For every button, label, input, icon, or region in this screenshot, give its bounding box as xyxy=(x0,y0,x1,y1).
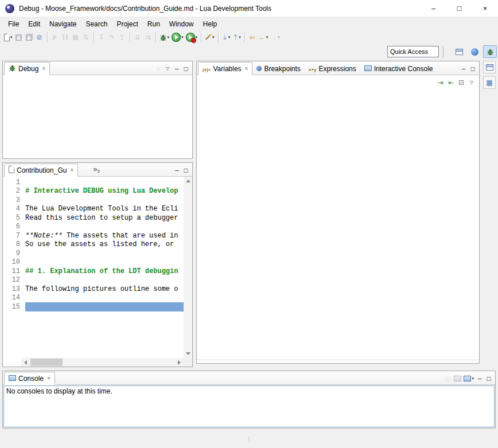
display-selected-console-button[interactable] xyxy=(453,373,462,384)
editor-line[interactable]: 4The Lua Development Tools in the Ecli xyxy=(3,205,184,214)
view-menu-button[interactable]: ▽ xyxy=(466,76,477,89)
editor-line[interactable]: 7**Note:** The assets that are used in xyxy=(3,231,184,240)
minimize-view-button[interactable]: – xyxy=(172,165,181,176)
close-tab-icon[interactable]: × xyxy=(70,167,73,173)
previous-annotation-button[interactable]: ⇡▾ xyxy=(231,31,242,44)
tab-debug[interactable]: Debug × xyxy=(4,62,50,75)
menu-file[interactable]: File xyxy=(3,19,24,29)
menu-project[interactable]: Project xyxy=(112,19,142,29)
step-into-button[interactable]: ↧ xyxy=(96,31,107,44)
line-number[interactable]: 13 xyxy=(3,285,20,293)
remove-all-terminated-button[interactable]: × xyxy=(154,63,163,75)
scrollbar-thumb[interactable] xyxy=(30,359,63,366)
menu-edit[interactable]: Edit xyxy=(24,19,45,29)
restore-minimized-views-button[interactable] xyxy=(483,61,496,73)
line-number[interactable]: 3 xyxy=(3,196,20,204)
scroll-left-icon[interactable] xyxy=(21,358,30,367)
pin-console-button[interactable]: ◎ xyxy=(443,373,453,384)
debug-perspective-button[interactable] xyxy=(483,45,497,58)
drop-to-frame-button[interactable]: ⇊ xyxy=(133,31,143,44)
save-all-button[interactable] xyxy=(24,31,34,44)
minimize-view-button[interactable]: – xyxy=(172,63,181,75)
external-tools-button[interactable]: ▾ xyxy=(204,31,216,44)
line-number[interactable]: 15 xyxy=(3,303,20,311)
tab-breakpoints[interactable]: Breakpoints xyxy=(252,62,304,75)
maximize-view-button[interactable]: □ xyxy=(181,165,190,176)
tab-variables[interactable]: (x)=Variables× xyxy=(198,62,252,75)
line-number[interactable]: 8 xyxy=(3,240,20,248)
disconnect-button[interactable]: ⇅ xyxy=(81,31,91,44)
line-number[interactable]: 14 xyxy=(3,294,20,302)
terminate-button[interactable] xyxy=(71,31,81,44)
last-edit-location-button[interactable]: ⇐ xyxy=(247,31,258,44)
editor-line[interactable]: 8So use the assets as listed here, or xyxy=(3,240,184,250)
minimized-view-button[interactable]: ▦ xyxy=(483,76,496,89)
editor-line[interactable]: 3 xyxy=(3,196,184,205)
horizontal-scrollbar[interactable] xyxy=(21,358,184,367)
line-number[interactable]: 1 xyxy=(3,178,20,186)
line-number[interactable]: 2 xyxy=(3,187,20,195)
close-tab-icon[interactable]: × xyxy=(42,65,45,72)
view-menu-button[interactable]: ▽ xyxy=(163,63,172,75)
line-number[interactable]: 10 xyxy=(3,258,20,266)
editor-line[interactable]: 10 xyxy=(3,258,184,267)
show-logical-structures-button[interactable]: ⇤ xyxy=(446,76,456,89)
line-number[interactable]: 11 xyxy=(3,267,20,275)
maximize-view-button[interactable]: □ xyxy=(484,373,493,384)
editor-line[interactable]: 2# Interactive DEBUG using Lua Develop xyxy=(3,187,184,196)
menu-navigate[interactable]: Navigate xyxy=(45,19,81,29)
editor-line[interactable]: 9 xyxy=(3,249,184,258)
editor-line[interactable]: 1 xyxy=(3,178,184,187)
skip-all-breakpoints-button[interactable]: ⊘ xyxy=(34,31,45,44)
open-console-button[interactable]: ▾ xyxy=(462,373,475,384)
editor-tab-overflow[interactable]: »5 xyxy=(93,163,100,176)
line-number[interactable]: 12 xyxy=(3,276,20,284)
editor-line[interactable]: 15 xyxy=(3,302,184,311)
menu-window[interactable]: Window xyxy=(165,19,199,29)
editor-line[interactable]: 5Read this section to setup a debugger xyxy=(3,213,184,223)
open-perspective-button[interactable] xyxy=(452,45,466,58)
editor-line[interactable]: 11## 1. Explanation of the LDT debuggin xyxy=(3,267,184,276)
menu-search[interactable]: Search xyxy=(81,19,112,29)
minimize-view-button[interactable]: – xyxy=(475,373,484,384)
next-annotation-button[interactable]: ⇣▾ xyxy=(221,31,232,44)
scroll-down-icon[interactable] xyxy=(184,349,192,358)
lua-perspective-button[interactable] xyxy=(468,45,481,58)
close-tab-icon[interactable]: × xyxy=(245,65,248,72)
line-number[interactable]: 9 xyxy=(3,250,20,258)
forward-button[interactable]: →▾ xyxy=(269,31,281,44)
editor-line[interactable]: 14 xyxy=(3,294,184,303)
minimize-window-button[interactable]: – xyxy=(421,0,446,17)
scroll-up-icon[interactable] xyxy=(184,177,192,185)
tab-interactive-console[interactable]: Interactive Console xyxy=(360,62,437,75)
sash-handle[interactable]: ⋮ xyxy=(246,436,252,443)
close-window-button[interactable]: × xyxy=(472,0,498,17)
editor-line[interactable]: 12 xyxy=(3,276,184,285)
line-number[interactable]: 5 xyxy=(3,214,20,222)
maximize-view-button[interactable]: □ xyxy=(468,63,477,75)
line-number[interactable]: 4 xyxy=(3,205,20,213)
detail-pane-sash[interactable] xyxy=(197,360,479,360)
quick-access-field[interactable]: Quick Access xyxy=(387,46,439,57)
minimize-view-button[interactable]: – xyxy=(459,63,468,75)
collapse-all-button[interactable]: ⊟ xyxy=(456,76,466,89)
menu-run[interactable]: Run xyxy=(143,19,165,29)
line-number[interactable]: 7 xyxy=(3,232,20,240)
run-button[interactable]: ▾ xyxy=(170,31,185,44)
suspend-button[interactable] xyxy=(60,31,71,44)
tab-contribution-guide[interactable]: Contribution_Gu × xyxy=(4,163,78,177)
back-button[interactable]: ←▾ xyxy=(258,31,270,44)
tab-expressions[interactable]: x+yExpressions xyxy=(305,62,360,75)
new-button[interactable]: ▾ xyxy=(3,31,14,44)
line-number[interactable]: 6 xyxy=(3,223,20,231)
close-tab-icon[interactable]: × xyxy=(47,375,50,381)
tab-console[interactable]: Console × xyxy=(4,372,55,385)
use-step-filters-button[interactable]: ⇉ xyxy=(143,31,153,44)
editor-line[interactable]: 6 xyxy=(3,223,184,232)
maximize-view-button[interactable]: □ xyxy=(181,63,190,75)
step-over-button[interactable]: ↷ xyxy=(107,31,117,44)
resume-button[interactable] xyxy=(50,31,60,44)
show-type-names-button[interactable]: ⇥ xyxy=(435,76,446,89)
maximize-window-button[interactable]: □ xyxy=(446,0,472,17)
menu-help[interactable]: Help xyxy=(199,19,222,29)
